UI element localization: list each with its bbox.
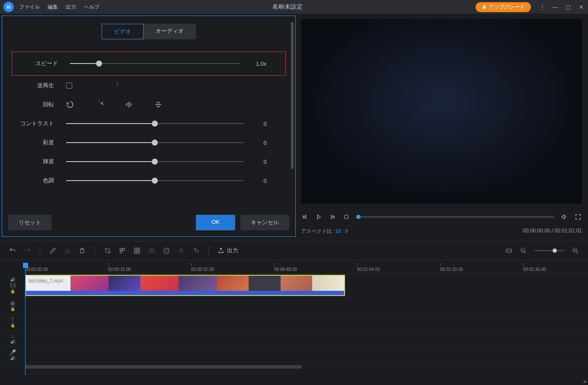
video-clip[interactable]: MyVideo_7.mp4 (25, 275, 345, 296)
rotate-ccw-icon[interactable] (66, 101, 74, 108)
lock-icon (482, 4, 487, 10)
flip-vertical-icon[interactable] (154, 101, 162, 108)
video-track[interactable]: 🔊 🎞 🔓 MyVideo_7.mp4 (0, 274, 588, 297)
contrast-value: 0 (251, 121, 279, 127)
voice-icon[interactable] (177, 247, 185, 255)
timeline: 00:00:00.00 00:00:16.00 00:00:32.00 00:0… (0, 260, 588, 378)
zoom-slider[interactable] (534, 250, 565, 251)
pip-track[interactable]: ▣🔓 (0, 297, 588, 314)
speed-slider-thumb[interactable] (96, 60, 102, 67)
export-button[interactable]: 出力 (217, 247, 238, 255)
redo-icon[interactable] (23, 247, 31, 255)
clip-audio-wave (26, 291, 344, 295)
voice-track-head: 🎤🔊 (0, 347, 25, 363)
speaker-icon[interactable]: 🔊 (10, 356, 15, 360)
lock-icon[interactable]: 🔓 (10, 289, 15, 293)
kebab-icon[interactable]: ⋮ (539, 3, 546, 10)
reverse-checkbox[interactable] (66, 83, 72, 89)
menu-export[interactable]: 出力 (66, 3, 76, 11)
resize-grip-icon[interactable]: ◢ (583, 379, 586, 383)
lock-icon[interactable]: 🔓 (10, 307, 15, 311)
lock-icon[interactable]: 🔓 (10, 323, 15, 328)
mosaic-icon[interactable] (118, 247, 126, 255)
text-icon: T (11, 316, 14, 323)
brightness-row: 輝度 0 (8, 158, 289, 165)
speed-value: 1.0x (247, 60, 275, 67)
duration-icon[interactable] (163, 247, 170, 255)
rotate-label: 回転 (19, 101, 54, 108)
saturation-slider-thumb[interactable] (152, 140, 158, 146)
speed-label: スピード (22, 60, 58, 67)
svg-rect-4 (123, 248, 125, 251)
undo-icon[interactable] (9, 247, 16, 255)
contrast-slider-thumb[interactable] (152, 121, 158, 127)
edit-icon[interactable] (49, 247, 57, 255)
preview-panel: アスペクト比 16 : 9 00:00:00.00 / 00:01:02.01 (296, 14, 588, 239)
grid-icon[interactable] (133, 247, 141, 255)
timeline-scrollbar[interactable] (25, 365, 586, 369)
audio-track[interactable]: ♫🔊 (0, 330, 588, 347)
aspect-value[interactable]: 16 : 9 (335, 228, 348, 234)
upgrade-label: アップグレード (489, 3, 525, 11)
speaker-icon[interactable]: 🔊 (10, 340, 15, 344)
menu-edit[interactable]: 編集 (48, 3, 58, 11)
contrast-slider[interactable] (66, 123, 243, 124)
brightness-slider-thumb[interactable] (152, 159, 158, 165)
brightness-slider[interactable] (66, 161, 243, 162)
ok-button[interactable]: OK (196, 215, 235, 230)
close-button[interactable]: ✕ (578, 3, 585, 10)
svg-rect-5 (120, 251, 122, 253)
text-track-head: T🔓 (0, 314, 25, 330)
svg-rect-3 (120, 248, 122, 251)
stop-icon[interactable] (342, 213, 350, 221)
svg-rect-7 (149, 249, 154, 253)
rotate-cw-icon[interactable] (96, 101, 103, 108)
contrast-label: コントラスト (19, 120, 54, 127)
time-ruler[interactable]: 00:00:00.00 00:00:16.00 00:00:32.00 00:0… (25, 263, 588, 274)
hue-slider[interactable] (66, 180, 243, 181)
tab-audio[interactable]: オーディオ (144, 24, 196, 39)
player-seek-thumb[interactable] (356, 215, 361, 219)
speaker-icon[interactable]: 🔊 (10, 277, 15, 282)
volume-icon[interactable] (560, 213, 568, 221)
zoom-out-icon[interactable] (520, 247, 527, 255)
tab-video[interactable]: ビデオ (102, 24, 144, 39)
panel-scrollbar[interactable] (291, 22, 294, 169)
export-icon (217, 247, 224, 254)
time-tick: 00:01:36.00 (523, 263, 546, 272)
cut-icon[interactable] (64, 247, 71, 255)
zoom-slider-thumb[interactable] (553, 248, 557, 253)
fullscreen-icon[interactable] (574, 213, 582, 221)
next-frame-icon[interactable] (329, 213, 336, 221)
maximize-button[interactable]: ▢ (565, 3, 572, 10)
upgrade-button[interactable]: アップグレード (476, 2, 531, 12)
crop-icon[interactable] (104, 247, 112, 255)
hue-row: 色調 0 (8, 177, 289, 185)
voice-track[interactable]: 🎤🔊 (0, 347, 588, 363)
menu-file[interactable]: ファイル (19, 3, 40, 11)
saturation-slider[interactable] (66, 142, 243, 143)
hue-slider-thumb[interactable] (152, 178, 158, 184)
contrast-row: コントラスト 0 (8, 120, 289, 127)
playhead[interactable] (25, 263, 26, 375)
zoom-in-icon[interactable] (572, 247, 579, 255)
play-icon[interactable] (315, 213, 323, 221)
time-tick: 00:01:04.00 (357, 263, 380, 272)
reset-button[interactable]: リセット (8, 215, 51, 230)
cancel-button[interactable]: キャンセル (240, 215, 289, 230)
text-track[interactable]: T🔓 (0, 314, 588, 330)
minimize-button[interactable]: — (552, 3, 559, 10)
snapshot-icon[interactable] (148, 247, 156, 255)
flip-horizontal-icon[interactable] (125, 101, 133, 108)
delete-icon[interactable] (78, 247, 86, 255)
hue-label: 色調 (19, 177, 54, 185)
prev-frame-icon[interactable] (301, 213, 309, 221)
speed-slider[interactable] (70, 63, 240, 64)
svg-point-8 (151, 250, 153, 252)
menu-help[interactable]: ヘルプ (84, 3, 99, 11)
saturation-value: 0 (251, 140, 279, 146)
zoom-fit-icon[interactable] (505, 247, 513, 255)
arrow-annotation: ↑ (115, 80, 119, 89)
text-icon[interactable] (192, 247, 200, 255)
player-seek[interactable] (356, 216, 554, 218)
